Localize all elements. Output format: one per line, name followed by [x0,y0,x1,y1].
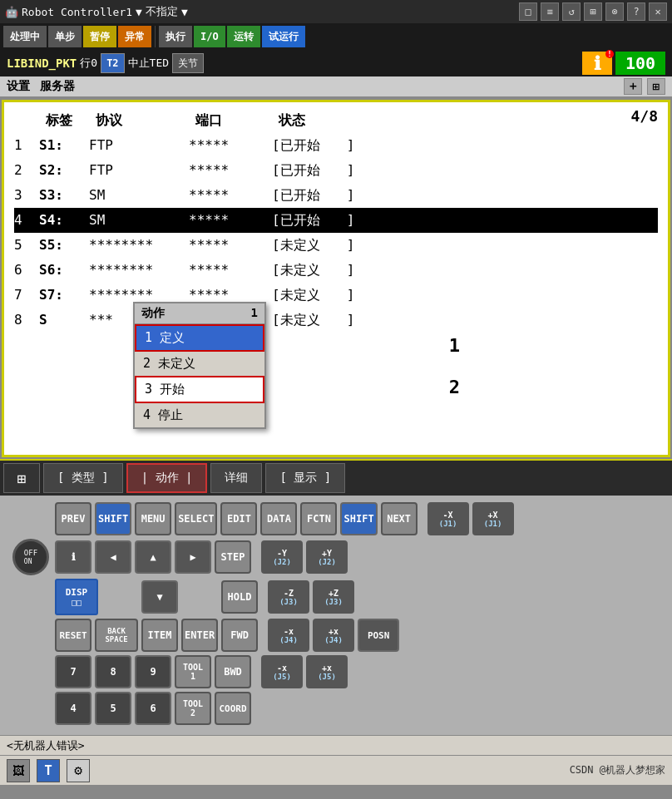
btn-abnormal[interactable]: 异常 [118,26,151,47]
window-icon-2[interactable]: ≡ [541,2,559,21]
title-notspec: 不指定 [146,4,178,19]
kbd-next[interactable]: NEXT [381,502,418,535]
kbd-enter[interactable]: ENTER [181,619,218,652]
table-row[interactable]: 7 S7: ******** ***** [未定义 ] [14,283,658,308]
kbd-arrow-down[interactable]: ▼ [141,580,178,614]
kbd-x-minus[interactable]: -X (J1) [427,502,469,535]
ctx-item-undefined[interactable]: 2 未定义 [135,352,264,376]
ctx-item-define[interactable]: 1 定义 [135,324,264,352]
tab-detail[interactable]: 详细 [210,463,262,493]
joint-btn[interactable]: 关节 [172,53,204,73]
kbd-tool2[interactable]: TOOL2 [175,692,211,725]
table-row[interactable]: 6 S6: ******** ***** [未定义 ] [14,258,658,283]
kbd-j5-plus[interactable]: +x (J5) [306,655,348,688]
table-row[interactable]: 2 S2: FTP ***** [已开始 ] [14,158,658,183]
table-row-selected[interactable]: 4 S4: SM ***** [已开始 ] [14,208,658,233]
program-name: LIBIND_PKT [7,57,77,70]
kbd-y-minus[interactable]: -Y (J2) [261,540,303,574]
kbd-z-plus[interactable]: +Z (J3) [313,580,354,614]
t2-btn[interactable]: T2 [101,53,124,73]
kbd-6[interactable]: 6 [135,692,171,725]
kbd-fctn[interactable]: FCTN [300,502,337,535]
kbd-arrow-up[interactable]: ▲ [135,540,171,574]
menu-item-settings[interactable]: 设置 [7,79,30,94]
kbd-z-minus[interactable]: -Z (J3) [268,580,309,614]
window-icon-4[interactable]: ⊗ [605,2,624,21]
tab-display[interactable]: [ 显示 ] [265,463,345,493]
ctx-item-start[interactable]: 3 开始 [135,376,264,403]
col-proto: 协议 [96,112,195,130]
kbd-j5-minus[interactable]: -x (J5) [261,655,303,688]
kbd-arrow-empty-right [181,580,218,614]
btn-trial-run[interactable]: 试运行 [262,26,305,47]
kbd-row-3: DISP □□ ▼ HOLD -Z (J3) +Z (J3) [10,579,662,615]
table-row[interactable]: 8 S *** ***** [未定义 ] [14,308,658,333]
menu-grid-icon[interactable]: ⊞ [647,78,665,95]
sys-gear-icon[interactable]: ⚙ [67,759,90,782]
kbd-x-plus[interactable]: +X (J1) [472,502,514,535]
kbd-y-plus[interactable]: +Y (J2) [306,540,348,574]
kbd-item[interactable]: ITEM [141,619,178,652]
title-dropdown2[interactable]: ▼ [181,6,188,18]
copyright-text: CSDN @机器人梦想家 [570,763,665,777]
kbd-row-1: PREV SHIFT MENU SELECT EDIT DATA FCTN SH… [10,502,662,535]
btn-io[interactable]: I/O [194,26,225,47]
kbd-select[interactable]: SELECT [175,502,217,535]
menu-plus-icon[interactable]: ＋ [624,78,642,95]
kbd-j4-plus[interactable]: +x (J4) [313,619,354,652]
kbd-4[interactable]: 4 [55,692,91,725]
kbd-arrow-right[interactable]: ▶ [175,540,211,574]
kbd-disp[interactable]: DISP □□ [55,579,98,615]
btn-pause[interactable]: 暂停 [83,26,116,47]
kbd-fwd[interactable]: FWD [221,619,258,652]
kbd-row-2: OFF ON ℹ ◀ ▲ ▶ STEP -Y (J2) +Y (J2) [10,539,662,575]
kbd-data[interactable]: DATA [260,502,297,535]
kbd-j4-minus[interactable]: -x (J4) [268,619,309,652]
window-help[interactable]: ? [627,2,645,21]
kbd-shift-right[interactable]: SHIFT [340,502,377,535]
btn-run[interactable]: 运转 [227,26,260,47]
window-icon-1[interactable]: □ [519,2,537,21]
kbd-reset[interactable]: RESET [55,619,91,652]
kbd-edit[interactable]: EDIT [220,502,257,535]
kbd-off-on[interactable]: OFF ON [12,539,49,575]
kbd-menu[interactable]: MENU [135,502,171,535]
kbd-tool1[interactable]: TOOL1 [175,655,211,688]
window-icon-3[interactable]: ⊞ [584,2,602,21]
kbd-8[interactable]: 8 [95,655,131,688]
ctx-item-stop[interactable]: 4 停止 [135,403,264,427]
btn-single-step[interactable]: 单步 [48,26,82,47]
tab-action[interactable]: | 动作 | [126,463,208,493]
window-close[interactable]: ✕ [649,2,667,21]
tab-icon-grid[interactable]: ⊞ [3,463,40,493]
btn-processing[interactable]: 处理中 [3,26,47,47]
col-tag: 标签 [46,112,96,130]
kbd-shift-left[interactable]: SHIFT [95,502,131,535]
toolbar1: 处理中 单步 暂停 异常 执行 I/O 运转 试运行 [0,23,672,50]
table-header: 标签 协议 端口 状态 [21,112,658,130]
kbd-5[interactable]: 5 [95,692,131,725]
table-row[interactable]: 5 S5: ******** ***** [未定义 ] [14,233,658,258]
stop-label: 中止TED [128,56,169,71]
btn-execute[interactable]: 执行 [159,26,192,47]
status-bar: <无机器人错误> [0,735,672,755]
kbd-bwd[interactable]: BWD [215,655,251,688]
title-dropdown1[interactable]: ▼ [136,6,142,18]
kbd-arrow-left[interactable]: ◀ [95,540,131,574]
context-menu-header: 动作 1 [135,303,264,324]
menu-item-server[interactable]: 服务器 [40,79,75,94]
kbd-step[interactable]: STEP [215,540,251,574]
tab-type[interactable]: [ 类型 ] [43,463,123,493]
kbd-prev[interactable]: PREV [55,502,91,535]
kbd-coord[interactable]: COORD [215,692,251,725]
table-row[interactable]: 3 S3: SM ***** [已开始 ] [14,183,658,208]
kbd-9[interactable]: 9 [135,655,171,688]
kbd-posn[interactable]: POSN [358,619,399,652]
kbd-info[interactable]: ℹ [55,540,91,574]
window-refresh[interactable]: ↺ [562,2,581,21]
alert-icon[interactable]: ℹ ! [582,52,612,75]
kbd-hold[interactable]: HOLD [221,580,258,614]
table-row[interactable]: 1 S1: FTP ***** [已开始 ] [14,133,658,158]
kbd-backspace[interactable]: BACKSPACE [95,619,138,652]
kbd-7[interactable]: 7 [55,655,91,688]
